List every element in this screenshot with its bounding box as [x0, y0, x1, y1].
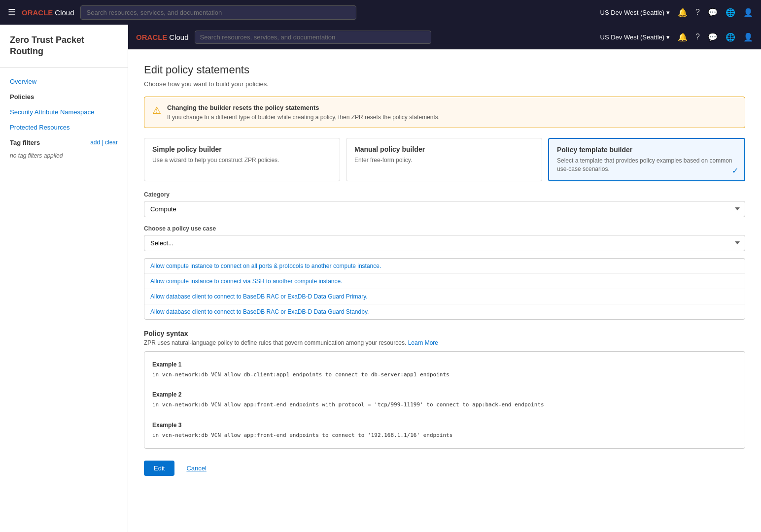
edit-policy-modal: Edit policy statements Choose how you wa…	[128, 49, 761, 532]
manual-policy-builder-card[interactable]: Manual policy builder Enter free-form po…	[346, 138, 542, 181]
modal-footer: Edit Cancel	[144, 461, 745, 476]
dropdown-item-1[interactable]: Allow compute instance to connect via SS…	[144, 274, 745, 289]
chat-icon[interactable]: 💬	[708, 8, 718, 17]
overlay-nav-right: US Dev West (Seattle) ▾ 🔔 ? 💬 🌐 👤	[600, 33, 753, 42]
globe-icon[interactable]: 🌐	[726, 8, 735, 17]
policy-use-case-dropdown: Allow compute instance to connect on all…	[144, 258, 745, 320]
overlay-search-input[interactable]	[195, 31, 431, 44]
syntax-description: ZPR uses natural-language policy to defi…	[144, 339, 745, 346]
overlay-help-icon[interactable]: ?	[695, 33, 700, 41]
simple-builder-desc: Use a wizard to help you construct ZPR p…	[152, 156, 332, 165]
global-search-input[interactable]	[80, 5, 356, 20]
cloud-brand-text: Cloud	[55, 8, 74, 17]
template-builder-title: Policy template builder	[557, 146, 736, 154]
modal-subtitle: Choose how you want to build your polici…	[144, 80, 745, 88]
policy-use-case-select[interactable]: Select...	[144, 235, 745, 251]
builder-cards: Simple policy builder Use a wizard to he…	[144, 138, 745, 181]
help-icon[interactable]: ?	[695, 8, 700, 17]
syntax-example-2-code: in vcn-network:db VCN allow app:front-en…	[152, 400, 737, 410]
syntax-box: Example 1 in vcn-network:db VCN allow db…	[144, 351, 745, 449]
user-avatar-icon[interactable]: 👤	[743, 8, 753, 17]
top-navigation: ☰ ORACLE Cloud US Dev West (Seattle) ▾ 🔔…	[0, 0, 761, 25]
warning-text: Changing the builder resets the policy s…	[167, 104, 440, 121]
warning-icon: ⚠	[152, 104, 161, 116]
edit-button[interactable]: Edit	[144, 461, 174, 476]
overlay-chevron-icon: ▾	[666, 33, 670, 41]
tag-filters-header: Tag filters add | clear	[0, 135, 128, 150]
syntax-example-1-label: Example 1	[152, 360, 737, 369]
overlay-notification-icon[interactable]: 🔔	[678, 33, 688, 42]
overlay-oracle-logo: ORACLE Cloud	[136, 33, 189, 41]
overlay-cloud-text: Cloud	[169, 33, 188, 41]
syntax-example-3-label: Example 3	[152, 420, 737, 430]
overlay-navigation: ORACLE Cloud US Dev West (Seattle) ▾ 🔔 ?…	[128, 25, 761, 49]
policy-use-case-form-group: Choose a policy use case Select...	[144, 225, 745, 251]
overlay-region-selector[interactable]: US Dev West (Seattle) ▾	[600, 33, 670, 41]
warning-box: ⚠ Changing the builder resets the policy…	[144, 97, 745, 128]
tag-filter-clear-link[interactable]: clear	[105, 139, 118, 146]
category-label: Category	[144, 191, 745, 198]
region-label: US Dev West (Seattle)	[600, 9, 665, 16]
policy-syntax-section: Policy syntax ZPR uses natural-language …	[144, 330, 745, 449]
template-policy-builder-card[interactable]: Policy template builder Select a templat…	[548, 138, 745, 181]
sidebar-item-policies[interactable]: Policies	[0, 89, 128, 104]
active-check-icon: ✓	[732, 166, 738, 175]
policy-use-case-label: Choose a policy use case	[144, 225, 745, 232]
oracle-brand-text: ORACLE	[22, 8, 53, 17]
overlay-region-label: US Dev West (Seattle)	[600, 33, 665, 41]
oracle-logo: ORACLE Cloud	[22, 8, 74, 17]
overlay-globe-icon[interactable]: 🌐	[726, 33, 735, 42]
sidebar-title: Zero Trust Packet Routing	[0, 34, 128, 67]
dropdown-item-3[interactable]: Allow database client to connect to Base…	[144, 304, 745, 319]
overlay-oracle-text: ORACLE	[136, 33, 167, 41]
region-selector[interactable]: US Dev West (Seattle) ▾	[600, 9, 670, 16]
syntax-learn-more-link[interactable]: Learn More	[408, 339, 438, 346]
sidebar: Zero Trust Packet Routing Overview Polic…	[0, 25, 128, 532]
sidebar-divider	[0, 67, 128, 68]
modal-title: Edit policy statements	[144, 64, 745, 76]
sidebar-item-protected-resources[interactable]: Protected Resources	[0, 120, 128, 135]
syntax-example-3-code: in vcn-network:db VCN allow app:front-en…	[152, 431, 737, 440]
syntax-title: Policy syntax	[144, 330, 745, 337]
simple-policy-builder-card[interactable]: Simple policy builder Use a wizard to he…	[144, 138, 340, 181]
warning-description: If you change to a different type of bui…	[167, 114, 440, 121]
chevron-down-icon: ▾	[666, 9, 670, 16]
syntax-example-1-code: in vcn-network:db VCN allow db-client:ap…	[152, 370, 737, 380]
dropdown-item-0[interactable]: Allow compute instance to connect on all…	[144, 259, 745, 274]
template-builder-desc: Select a template that provides policy e…	[557, 157, 736, 173]
overlay-chat-icon[interactable]: 💬	[708, 33, 718, 42]
overlay-user-icon[interactable]: 👤	[743, 33, 753, 42]
tag-filters-label: Tag filters	[10, 139, 40, 146]
syntax-example-2-label: Example 2	[152, 390, 737, 399]
tag-filter-add-link[interactable]: add	[90, 139, 100, 146]
no-tag-filters-text: no tag filters applied	[0, 150, 128, 161]
category-select[interactable]: Compute Database Network Storage	[144, 201, 745, 217]
sidebar-item-overview[interactable]: Overview	[0, 74, 128, 89]
manual-builder-title: Manual policy builder	[354, 145, 534, 153]
sidebar-item-security-attribute[interactable]: Security Attribute Namespace	[0, 104, 128, 120]
manual-builder-desc: Enter free-form policy.	[354, 156, 534, 165]
cancel-button[interactable]: Cancel	[180, 461, 212, 476]
tag-filter-actions: add | clear	[90, 139, 118, 146]
category-form-group: Category Compute Database Network Storag…	[144, 191, 745, 217]
hamburger-menu-icon[interactable]: ☰	[8, 7, 16, 18]
dropdown-item-2[interactable]: Allow database client to connect to Base…	[144, 289, 745, 304]
warning-title: Changing the builder resets the policy s…	[167, 104, 440, 111]
simple-builder-title: Simple policy builder	[152, 145, 332, 153]
nav-right-section: US Dev West (Seattle) ▾ 🔔 ? 💬 🌐 👤	[600, 8, 753, 17]
notification-bell-icon[interactable]: 🔔	[678, 8, 688, 17]
